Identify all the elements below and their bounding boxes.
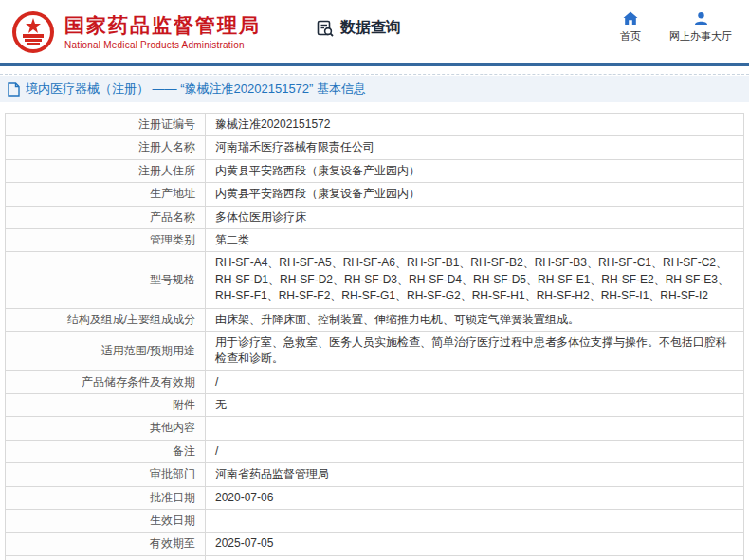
- page-header: 国家药品监督管理局 National Medical Products Admi…: [0, 0, 749, 63]
- row-value-remarks: /: [206, 440, 744, 462]
- row-value-intended-use: 用于诊疗室、急救室、医务人员实施检查、简单治疗医疗过程中患者多体位支撑与操作。不…: [206, 331, 744, 370]
- table-row: 批准日期 2020-07-06: [6, 486, 744, 509]
- nav-home-label: 首页: [620, 29, 641, 44]
- table-row: 适用范围/预期用途 用于诊疗室、急救室、医务人员实施检查、简单治疗医疗过程中患者…: [6, 331, 744, 370]
- row-label-product-name: 产品名称: [6, 206, 206, 228]
- row-label-structure-composition: 结构及组成/主要组成成分: [6, 308, 206, 331]
- row-label-valid-until: 有效期至: [6, 533, 206, 555]
- data-query-icon: [316, 19, 335, 38]
- row-value-other-content: [206, 417, 744, 440]
- row-label-registration-no: 注册证编号: [6, 114, 206, 136]
- nav-home[interactable]: 首页: [620, 11, 641, 44]
- row-value-structure-composition: 由床架、升降床面、控制装置、伸缩推力电机、可锁定气弹簧装置组成。: [206, 308, 744, 331]
- row-label-registrant-name: 注册人名称: [6, 136, 206, 159]
- user-icon: [694, 11, 708, 26]
- table-row: 生产地址 内黄县平安路西段（康复设备产业园内）: [6, 183, 744, 206]
- agency-name-en: National Medical Products Administration: [64, 40, 261, 50]
- row-value-registrant-name: 河南瑞禾医疗器械有限责任公司: [206, 136, 744, 159]
- table-row: 备注 /: [6, 440, 744, 462]
- dashed-divider: [0, 66, 749, 75]
- table-row: 型号规格 RH-SF-A4、RH-SF-A5、RH-SF-A6、RH-SF-B1…: [6, 252, 744, 308]
- table-row: 审批部门 河南省药品监督管理局: [6, 463, 744, 486]
- table-row: 变更情况: [6, 555, 744, 560]
- row-label-model-spec: 型号规格: [6, 252, 206, 308]
- row-label-storage-shelf-life: 产品储存条件及有效期: [6, 370, 206, 393]
- table-row: 产品名称 多体位医用诊疗床: [6, 206, 744, 228]
- table-row: 注册人住所 内黄县平安路西段（康复设备产业园内）: [6, 159, 744, 182]
- row-label-effective-date: 生效日期: [6, 510, 206, 533]
- table-row: 附件 无: [6, 394, 744, 417]
- breadcrumb-text: 境内医疗器械（注册） —— “豫械注准20202151572” 基本信息: [26, 81, 366, 98]
- row-value-valid-until: 2025-07-05: [206, 533, 744, 555]
- row-label-approval-date: 批准日期: [6, 486, 206, 509]
- row-label-production-address: 生产地址: [6, 183, 206, 206]
- row-value-management-class: 第二类: [206, 228, 744, 251]
- national-emblem-logo: [11, 10, 55, 54]
- home-icon: [623, 11, 638, 26]
- agency-title-block: 国家药品监督管理局 National Medical Products Admi…: [64, 13, 261, 49]
- section-title: 数据查询: [316, 18, 401, 38]
- breadcrumb: 境内医疗器械（注册） —— “豫械注准20202151572” 基本信息: [0, 76, 749, 102]
- row-label-other-content: 其他内容: [6, 417, 206, 440]
- row-label-registrant-address: 注册人住所: [6, 159, 206, 182]
- registration-detail-table: 注册证编号 豫械注准20202151572 注册人名称 河南瑞禾医疗器械有限责任…: [5, 113, 744, 560]
- table-row: 结构及组成/主要组成成分 由床架、升降床面、控制装置、伸缩推力电机、可锁定气弹簧…: [6, 308, 744, 331]
- row-value-attachment: 无: [206, 394, 744, 417]
- nav-online-hall[interactable]: 网上办事大厅: [669, 11, 732, 44]
- row-label-approval-department: 审批部门: [6, 463, 206, 486]
- row-value-approval-department: 河南省药品监督管理局: [206, 463, 744, 486]
- row-value-storage-shelf-life: /: [206, 370, 744, 393]
- row-label-change-record: 变更情况: [6, 555, 206, 560]
- row-value-model-spec: RH-SF-A4、RH-SF-A5、RH-SF-A6、RH-SF-B1、RH-S…: [206, 252, 744, 308]
- row-value-registrant-address: 内黄县平安路西段（康复设备产业园内）: [206, 159, 744, 182]
- section-title-label: 数据查询: [340, 18, 401, 38]
- row-label-remarks: 备注: [6, 440, 206, 462]
- row-label-attachment: 附件: [6, 394, 206, 417]
- row-value-change-record: [206, 555, 744, 560]
- nav-online-hall-label: 网上办事大厅: [669, 29, 732, 44]
- row-value-approval-date: 2020-07-06: [206, 486, 744, 509]
- table-row: 注册人名称 河南瑞禾医疗器械有限责任公司: [6, 136, 744, 159]
- table-row: 有效期至 2025-07-05: [6, 533, 744, 555]
- agency-name-cn: 国家药品监督管理局: [64, 13, 261, 37]
- document-icon: [8, 82, 20, 97]
- header-nav: 首页 网上办事大厅: [620, 11, 732, 44]
- table-row: 注册证编号 豫械注准20202151572: [6, 114, 744, 136]
- table-row: 生效日期: [6, 510, 744, 533]
- table-row: 其他内容: [6, 417, 744, 440]
- row-label-intended-use: 适用范围/预期用途: [6, 331, 206, 370]
- table-row: 管理类别 第二类: [6, 228, 744, 251]
- row-value-registration-no: 豫械注准20202151572: [206, 114, 744, 136]
- row-label-management-class: 管理类别: [6, 228, 206, 251]
- row-value-effective-date: [206, 510, 744, 533]
- table-row: 产品储存条件及有效期 /: [6, 370, 744, 393]
- row-value-product-name: 多体位医用诊疗床: [206, 206, 744, 228]
- row-value-production-address: 内黄县平安路西段（康复设备产业园内）: [206, 183, 744, 206]
